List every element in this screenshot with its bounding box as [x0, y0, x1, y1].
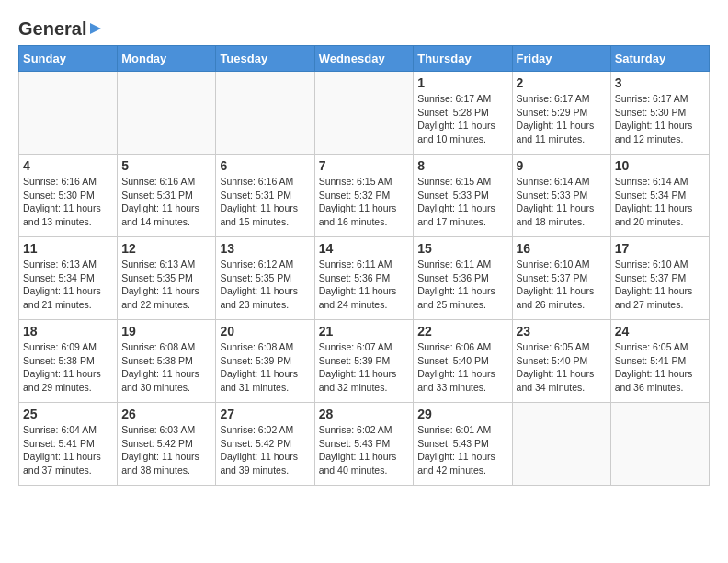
logo-general-text: General — [18, 18, 86, 40]
day-info: Sunrise: 6:11 AM Sunset: 5:36 PM Dayligh… — [319, 258, 410, 312]
logo: General — [18, 18, 103, 36]
calendar-cell: 21Sunrise: 6:07 AM Sunset: 5:39 PM Dayli… — [314, 320, 414, 403]
day-number: 15 — [417, 241, 507, 256]
header-monday: Monday — [118, 46, 216, 72]
day-number: 16 — [517, 241, 607, 256]
day-number: 3 — [615, 75, 705, 90]
calendar-cell — [610, 403, 709, 486]
day-info: Sunrise: 6:17 AM Sunset: 5:28 PM Dayligh… — [417, 92, 507, 146]
day-info: Sunrise: 6:13 AM Sunset: 5:34 PM Dayligh… — [23, 258, 113, 312]
calendar-cell: 29Sunrise: 6:01 AM Sunset: 5:43 PM Dayli… — [414, 403, 512, 486]
calendar-cell: 23Sunrise: 6:05 AM Sunset: 5:40 PM Dayli… — [512, 320, 610, 403]
calendar-cell: 19Sunrise: 6:08 AM Sunset: 5:38 PM Dayli… — [118, 320, 216, 403]
calendar-cell: 5Sunrise: 6:16 AM Sunset: 5:31 PM Daylig… — [118, 155, 216, 237]
calendar-cell — [216, 72, 314, 155]
day-info: Sunrise: 6:02 AM Sunset: 5:42 PM Dayligh… — [220, 423, 310, 477]
day-number: 29 — [417, 407, 507, 421]
logo-arrow-icon — [88, 21, 103, 36]
header-friday: Friday — [512, 46, 610, 72]
calendar-cell — [512, 403, 610, 486]
day-info: Sunrise: 6:05 AM Sunset: 5:41 PM Dayligh… — [615, 340, 705, 395]
calendar-cell: 17Sunrise: 6:10 AM Sunset: 5:37 PM Dayli… — [610, 237, 709, 320]
day-info: Sunrise: 6:08 AM Sunset: 5:38 PM Dayligh… — [121, 340, 211, 395]
day-info: Sunrise: 6:03 AM Sunset: 5:42 PM Dayligh… — [121, 423, 211, 477]
calendar-cell: 6Sunrise: 6:16 AM Sunset: 5:31 PM Daylig… — [216, 155, 314, 237]
day-number: 4 — [23, 158, 113, 173]
day-info: Sunrise: 6:17 AM Sunset: 5:30 PM Dayligh… — [615, 92, 705, 146]
calendar-cell: 24Sunrise: 6:05 AM Sunset: 5:41 PM Dayli… — [610, 320, 709, 403]
calendar-cell: 12Sunrise: 6:13 AM Sunset: 5:35 PM Dayli… — [118, 237, 216, 320]
calendar-cell: 9Sunrise: 6:14 AM Sunset: 5:33 PM Daylig… — [512, 155, 610, 237]
calendar-cell: 22Sunrise: 6:06 AM Sunset: 5:40 PM Dayli… — [414, 320, 512, 403]
calendar-cell: 3Sunrise: 6:17 AM Sunset: 5:30 PM Daylig… — [610, 72, 709, 155]
week-row-1: 4Sunrise: 6:16 AM Sunset: 5:30 PM Daylig… — [19, 155, 710, 237]
day-number: 14 — [319, 241, 410, 256]
svg-marker-0 — [90, 23, 101, 34]
day-info: Sunrise: 6:16 AM Sunset: 5:31 PM Dayligh… — [121, 175, 211, 229]
calendar-cell: 1Sunrise: 6:17 AM Sunset: 5:28 PM Daylig… — [414, 72, 512, 155]
day-info: Sunrise: 6:14 AM Sunset: 5:34 PM Dayligh… — [615, 175, 705, 229]
day-number: 6 — [220, 158, 310, 173]
day-info: Sunrise: 6:02 AM Sunset: 5:43 PM Dayligh… — [319, 423, 410, 477]
calendar-cell — [118, 72, 216, 155]
header-tuesday: Tuesday — [216, 46, 314, 72]
day-number: 1 — [417, 75, 507, 90]
week-row-0: 1Sunrise: 6:17 AM Sunset: 5:28 PM Daylig… — [19, 72, 710, 155]
header-thursday: Thursday — [414, 46, 512, 72]
day-info: Sunrise: 6:07 AM Sunset: 5:39 PM Dayligh… — [319, 340, 410, 395]
calendar: SundayMondayTuesdayWednesdayThursdayFrid… — [18, 45, 710, 486]
day-info: Sunrise: 6:15 AM Sunset: 5:32 PM Dayligh… — [319, 175, 410, 229]
day-info: Sunrise: 6:15 AM Sunset: 5:33 PM Dayligh… — [417, 175, 507, 229]
day-info: Sunrise: 6:10 AM Sunset: 5:37 PM Dayligh… — [517, 258, 607, 312]
day-info: Sunrise: 6:17 AM Sunset: 5:29 PM Dayligh… — [517, 92, 607, 146]
day-info: Sunrise: 6:13 AM Sunset: 5:35 PM Dayligh… — [121, 258, 211, 312]
day-number: 12 — [121, 241, 211, 256]
calendar-cell: 14Sunrise: 6:11 AM Sunset: 5:36 PM Dayli… — [314, 237, 414, 320]
header-sunday: Sunday — [19, 46, 118, 72]
day-number: 25 — [23, 407, 113, 421]
day-number: 20 — [220, 324, 310, 339]
calendar-cell: 13Sunrise: 6:12 AM Sunset: 5:35 PM Dayli… — [216, 237, 314, 320]
day-number: 27 — [220, 407, 310, 421]
calendar-cell: 18Sunrise: 6:09 AM Sunset: 5:38 PM Dayli… — [19, 320, 118, 403]
calendar-cell: 8Sunrise: 6:15 AM Sunset: 5:33 PM Daylig… — [414, 155, 512, 237]
day-info: Sunrise: 6:04 AM Sunset: 5:41 PM Dayligh… — [23, 423, 113, 477]
calendar-cell: 2Sunrise: 6:17 AM Sunset: 5:29 PM Daylig… — [512, 72, 610, 155]
header: General — [18, 18, 710, 36]
day-number: 23 — [517, 324, 607, 339]
calendar-cell: 25Sunrise: 6:04 AM Sunset: 5:41 PM Dayli… — [19, 403, 118, 486]
week-row-3: 18Sunrise: 6:09 AM Sunset: 5:38 PM Dayli… — [19, 320, 710, 403]
header-wednesday: Wednesday — [314, 46, 414, 72]
day-number: 9 — [517, 158, 607, 173]
calendar-cell: 16Sunrise: 6:10 AM Sunset: 5:37 PM Dayli… — [512, 237, 610, 320]
day-number: 21 — [319, 324, 410, 339]
day-info: Sunrise: 6:06 AM Sunset: 5:40 PM Dayligh… — [417, 340, 507, 395]
day-info: Sunrise: 6:01 AM Sunset: 5:43 PM Dayligh… — [417, 423, 507, 477]
day-info: Sunrise: 6:16 AM Sunset: 5:30 PM Dayligh… — [23, 175, 113, 229]
day-info: Sunrise: 6:12 AM Sunset: 5:35 PM Dayligh… — [220, 258, 310, 312]
calendar-cell: 27Sunrise: 6:02 AM Sunset: 5:42 PM Dayli… — [216, 403, 314, 486]
calendar-header-row: SundayMondayTuesdayWednesdayThursdayFrid… — [19, 46, 710, 72]
day-number: 26 — [121, 407, 211, 421]
day-info: Sunrise: 6:11 AM Sunset: 5:36 PM Dayligh… — [417, 258, 507, 312]
day-number: 17 — [615, 241, 705, 256]
calendar-cell: 26Sunrise: 6:03 AM Sunset: 5:42 PM Dayli… — [118, 403, 216, 486]
day-number: 18 — [23, 324, 113, 339]
day-number: 13 — [220, 241, 310, 256]
week-row-4: 25Sunrise: 6:04 AM Sunset: 5:41 PM Dayli… — [19, 403, 710, 486]
calendar-cell: 10Sunrise: 6:14 AM Sunset: 5:34 PM Dayli… — [610, 155, 709, 237]
calendar-cell: 7Sunrise: 6:15 AM Sunset: 5:32 PM Daylig… — [314, 155, 414, 237]
calendar-cell: 28Sunrise: 6:02 AM Sunset: 5:43 PM Dayli… — [314, 403, 414, 486]
day-number: 2 — [517, 75, 607, 90]
day-info: Sunrise: 6:09 AM Sunset: 5:38 PM Dayligh… — [23, 340, 113, 395]
calendar-cell: 20Sunrise: 6:08 AM Sunset: 5:39 PM Dayli… — [216, 320, 314, 403]
day-number: 5 — [121, 158, 211, 173]
calendar-cell: 15Sunrise: 6:11 AM Sunset: 5:36 PM Dayli… — [414, 237, 512, 320]
day-number: 10 — [615, 158, 705, 173]
calendar-cell — [314, 72, 414, 155]
header-saturday: Saturday — [610, 46, 709, 72]
day-info: Sunrise: 6:14 AM Sunset: 5:33 PM Dayligh… — [517, 175, 607, 229]
calendar-cell: 4Sunrise: 6:16 AM Sunset: 5:30 PM Daylig… — [19, 155, 118, 237]
day-number: 19 — [121, 324, 211, 339]
day-number: 28 — [319, 407, 410, 421]
